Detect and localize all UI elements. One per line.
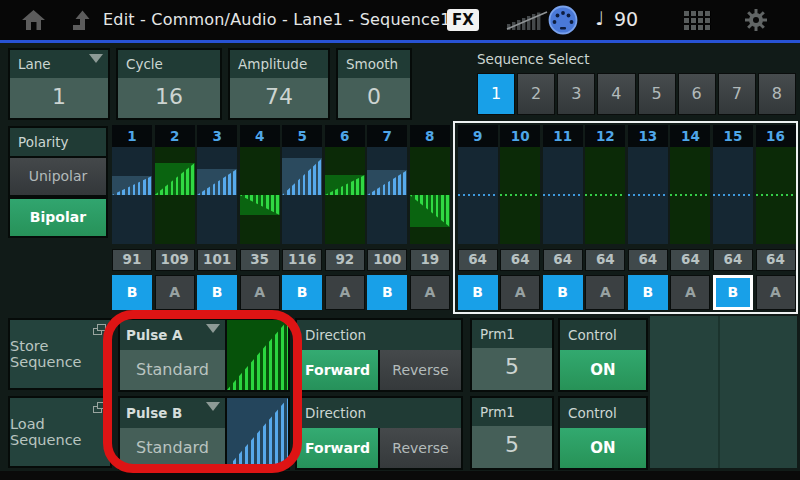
step-pulse-toggle[interactable]: A <box>500 275 540 310</box>
step-pulse-toggle[interactable]: B <box>628 275 668 310</box>
step-waveform[interactable] <box>756 147 796 244</box>
gear-icon[interactable] <box>744 8 768 32</box>
step-waveform[interactable] <box>410 147 450 244</box>
step-pulse-toggle[interactable]: A <box>155 275 195 310</box>
step-waveform[interactable] <box>670 147 710 244</box>
step-pulse-toggle[interactable]: A <box>585 275 625 310</box>
step-column-14[interactable]: 1464A <box>670 125 710 310</box>
step-waveform[interactable] <box>197 147 237 244</box>
store-sequence-button[interactable]: Store Sequence <box>8 318 112 390</box>
pulse-a-type[interactable]: Standard <box>120 350 225 390</box>
step-pulse-toggle[interactable]: B <box>112 275 152 310</box>
step-value[interactable]: 92 <box>325 249 365 271</box>
pulse-b-reverse-button[interactable]: Reverse <box>380 428 461 468</box>
cycle-cell[interactable]: Cycle 16 <box>116 48 222 120</box>
step-value[interactable]: 109 <box>155 249 195 271</box>
step-value[interactable]: 64 <box>500 249 540 271</box>
polarity-bipolar-button[interactable]: Bipolar <box>8 197 108 238</box>
step-column-8[interactable]: 819A <box>410 125 450 310</box>
amplitude-cell[interactable]: Amplitude 74 <box>228 48 330 120</box>
sequence-select-button-3[interactable]: 3 <box>557 73 595 115</box>
step-pulse-toggle[interactable]: B <box>367 275 407 310</box>
step-waveform[interactable] <box>155 147 195 244</box>
pulse-a-prm1-value[interactable]: 5 <box>472 348 552 386</box>
step-waveform[interactable] <box>585 147 625 244</box>
step-pulse-toggle[interactable]: A <box>325 275 365 310</box>
sequence-select-button-5[interactable]: 5 <box>638 73 676 115</box>
step-value[interactable]: 64 <box>628 249 668 271</box>
midi-icon[interactable] <box>548 5 578 35</box>
pulse-b-forward-button[interactable]: Forward <box>297 428 380 468</box>
step-column-11[interactable]: 1164B <box>543 125 583 310</box>
step-column-4[interactable]: 435A <box>240 125 280 310</box>
keyboard-hold-disabled-icon[interactable] <box>506 11 548 30</box>
step-value[interactable]: 64 <box>713 249 753 271</box>
step-column-1[interactable]: 191B <box>112 125 152 310</box>
pulse-a-prm1-cell[interactable]: Prm1 5 <box>470 318 554 392</box>
step-column-15[interactable]: 1564B <box>713 125 753 310</box>
step-waveform[interactable] <box>282 147 322 244</box>
step-column-16[interactable]: 1664A <box>756 125 796 310</box>
step-column-9[interactable]: 964B <box>458 125 498 310</box>
back-up-icon[interactable] <box>70 9 92 31</box>
step-column-6[interactable]: 692A <box>325 125 365 310</box>
lane-value[interactable]: 1 <box>10 78 108 116</box>
sequence-select-button-7[interactable]: 7 <box>718 73 756 115</box>
load-sequence-button[interactable]: Load Sequence <box>8 396 112 468</box>
pulse-b-dropdown[interactable]: Pulse B Standard <box>120 398 227 468</box>
sequence-select-button-1[interactable]: 1 <box>477 73 515 115</box>
step-pulse-toggle[interactable]: B <box>197 275 237 310</box>
step-waveform[interactable] <box>713 147 753 244</box>
step-value[interactable]: 91 <box>112 249 152 271</box>
step-pulse-toggle[interactable]: A <box>756 275 796 310</box>
step-waveform[interactable] <box>458 147 498 244</box>
pulse-b-control-on-button[interactable]: ON <box>560 428 646 468</box>
step-waveform[interactable] <box>367 147 407 244</box>
sequence-select-button-2[interactable]: 2 <box>517 73 555 115</box>
step-value[interactable]: 101 <box>197 249 237 271</box>
pulse-b-prm1-value[interactable]: 5 <box>472 426 552 464</box>
step-value[interactable]: 64 <box>458 249 498 271</box>
pulse-a-forward-button[interactable]: Forward <box>297 350 380 390</box>
step-pulse-toggle[interactable]: B <box>282 275 322 310</box>
step-value[interactable]: 64 <box>585 249 625 271</box>
pulse-a-reverse-button[interactable]: Reverse <box>380 350 461 390</box>
pulse-b-prm1-cell[interactable]: Prm1 5 <box>470 396 554 470</box>
step-pulse-toggle[interactable]: A <box>670 275 710 310</box>
step-value[interactable]: 64 <box>670 249 710 271</box>
step-pulse-toggle[interactable]: B <box>543 275 583 310</box>
step-waveform[interactable] <box>240 147 280 244</box>
smooth-value[interactable]: 0 <box>338 78 410 116</box>
step-waveform[interactable] <box>500 147 540 244</box>
step-waveform[interactable] <box>112 147 152 244</box>
step-value[interactable]: 64 <box>756 249 796 271</box>
home-icon[interactable] <box>21 9 46 31</box>
step-pulse-toggle[interactable]: B <box>458 275 498 310</box>
pad-grid-icon[interactable] <box>684 11 711 30</box>
sequence-select-button-4[interactable]: 4 <box>597 73 635 115</box>
cycle-value[interactable]: 16 <box>118 78 220 116</box>
step-column-5[interactable]: 5116B <box>282 125 322 310</box>
fx-badge[interactable]: FX <box>447 9 479 31</box>
tempo-value[interactable]: 90 <box>614 8 638 30</box>
step-pulse-toggle[interactable]: A <box>240 275 280 310</box>
sequence-select-button-6[interactable]: 6 <box>678 73 716 115</box>
step-column-3[interactable]: 3101B <box>197 125 237 310</box>
step-pulse-toggle[interactable]: B <box>713 275 753 310</box>
step-value[interactable]: 64 <box>543 249 583 271</box>
step-column-10[interactable]: 1064A <box>500 125 540 310</box>
step-waveform[interactable] <box>628 147 668 244</box>
step-value[interactable]: 100 <box>367 249 407 271</box>
polarity-unipolar-button[interactable]: Unipolar <box>8 156 108 197</box>
step-column-2[interactable]: 2109A <box>155 125 195 310</box>
sequence-select-button-8[interactable]: 8 <box>758 73 796 115</box>
step-waveform[interactable] <box>325 147 365 244</box>
step-waveform[interactable] <box>543 147 583 244</box>
step-column-12[interactable]: 1264A <box>585 125 625 310</box>
smooth-cell[interactable]: Smooth 0 <box>336 48 412 120</box>
pulse-a-dropdown[interactable]: Pulse A Standard <box>120 320 227 390</box>
amplitude-value[interactable]: 74 <box>230 78 328 116</box>
step-column-7[interactable]: 7100B <box>367 125 407 310</box>
step-value[interactable]: 35 <box>240 249 280 271</box>
step-column-13[interactable]: 1364B <box>628 125 668 310</box>
